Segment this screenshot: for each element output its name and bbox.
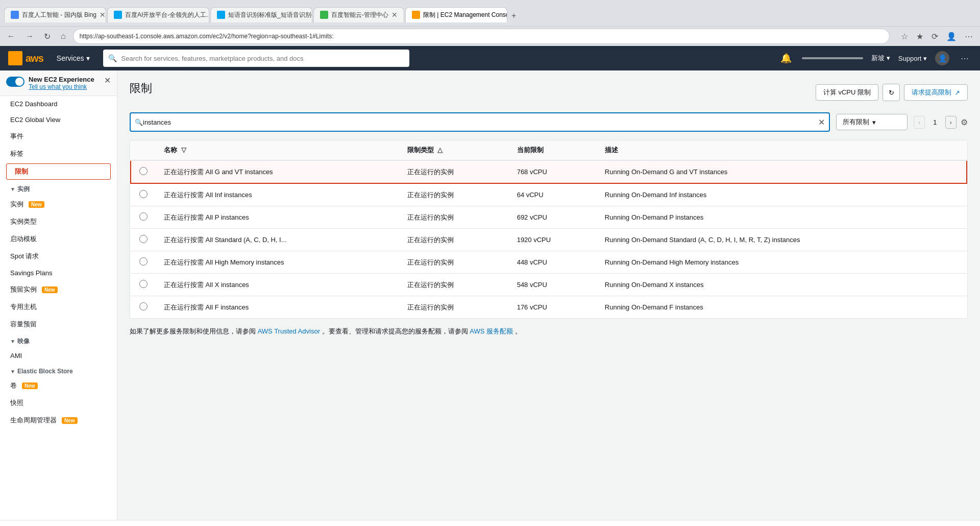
filter-bar: 🔍 ✕ 所有限制 ▾ ‹ 1 › ⚙ — [130, 112, 968, 132]
row-radio-1[interactable] — [139, 190, 148, 198]
topnav-right: 🔔 新坡 ▾ Support ▾ 👤 ⋯ — [778, 51, 972, 66]
sidebar-item-dedicated-hosts[interactable]: 专用主机 — [0, 298, 117, 316]
service-quotas-link[interactable]: AWS 服务配额 — [470, 327, 513, 335]
row-type-cell: 正在运行的实例 — [399, 251, 509, 274]
col-type[interactable]: 限制类型 △ — [399, 140, 509, 160]
sidebar-section-instances[interactable]: ▼ 实例 — [0, 181, 117, 196]
reload-btn[interactable]: ↻ — [41, 30, 54, 43]
col-desc[interactable]: 描述 — [597, 140, 967, 160]
sidebar-item-instance-types[interactable]: 实例类型 — [0, 213, 117, 230]
tab-baidu-ai[interactable]: 百度AI开放平台-全领先的人工... ✕ — [107, 7, 209, 22]
tab-baidu-cloud[interactable]: 百度智能云-管理中心 ✕ — [313, 7, 404, 22]
url-text: https://ap-southeast-1.console.aws.amazo… — [80, 33, 334, 40]
col-select — [131, 140, 156, 160]
sidebar-item-ec2-global-view[interactable]: EC2 Global View — [0, 112, 117, 128]
sidebar-item-ec2-dashboard[interactable]: EC2 Dashboard — [0, 96, 117, 112]
content-header: 限制 计算 vCPU 限制 ↻ 请求提高限制 ↗ — [130, 81, 968, 104]
tab-icon-aws-ec2 — [412, 11, 420, 19]
new-tab-btn[interactable]: + — [508, 9, 519, 22]
new-exp-link[interactable]: Tell us what you think — [29, 83, 100, 90]
section-arrow-ebs: ▼ — [10, 369, 15, 374]
calc-vcpu-btn[interactable]: 计算 vCPU 限制 — [816, 84, 878, 101]
section-label-instances: 实例 — [17, 185, 30, 194]
increase-limit-btn[interactable]: 请求提高限制 ↗ — [904, 84, 968, 101]
col-current[interactable]: 当前限制 — [509, 140, 597, 160]
sidebar-item-ami[interactable]: AMI — [0, 348, 117, 364]
increase-limit-label: 请求提高限制 — [912, 88, 951, 97]
limits-table-container: 名称 ▽ 限制类型 △ 当前限制 描述 — [130, 140, 968, 319]
row-current-cell: 1920 vCPU — [509, 229, 597, 251]
bookmark-btn[interactable]: ☆ — [898, 30, 911, 43]
tab-icon-baidu-bing — [11, 11, 19, 19]
home-btn[interactable]: ⌂ — [58, 30, 69, 43]
prev-page-btn[interactable]: ‹ — [914, 116, 925, 129]
sidebar-item-limits[interactable]: 限制 — [6, 163, 111, 180]
tab-speech[interactable]: 短语音识别标准版_短语音识别-E... ✕ — [210, 7, 312, 22]
new-exp-close-btn[interactable]: ✕ — [104, 76, 111, 85]
star-btn[interactable]: ★ — [913, 30, 926, 43]
topnav-search-input[interactable] — [103, 50, 409, 67]
refresh-icon: ↻ — [889, 89, 894, 97]
sidebar-item-capacity-reservations[interactable]: 容量预留 — [0, 316, 117, 333]
trusted-advisor-link[interactable]: AWS Trusted Advisor — [258, 327, 320, 335]
pagination-settings-icon[interactable]: ⚙ — [961, 117, 968, 127]
region-selector[interactable]: 新坡 ▾ — [871, 54, 890, 63]
sidebar-item-tags[interactable]: 标签 — [0, 145, 117, 162]
tab-icon-speech — [217, 11, 225, 19]
tab-aws-ec2[interactable]: 限制 | EC2 Management Console ✕ — [405, 7, 507, 22]
row-desc-cell: Running On-Demand Standard (A, C, D, H, … — [597, 229, 967, 251]
row-desc-cell: Running On-Demand High Memory instances — [597, 251, 967, 274]
bell-icon[interactable]: 🔔 — [778, 51, 794, 66]
row-radio-0[interactable] — [139, 167, 148, 175]
row-radio-2[interactable] — [139, 212, 148, 221]
tab-close-baidu-bing[interactable]: ✕ — [100, 11, 106, 19]
bottom-footer: Feedback English (US) ▾ © 2008 - 2021, A… — [0, 520, 980, 526]
search-clear-btn[interactable]: ✕ — [818, 117, 825, 127]
sidebar-item-snapshots[interactable]: 快照 — [0, 394, 117, 412]
row-current-cell: 548 vCPU — [509, 274, 597, 296]
user-profile-btn[interactable]: 👤 — [943, 30, 960, 43]
topnav-more-btn[interactable]: ⋯ — [958, 52, 972, 65]
forward-btn[interactable]: → — [22, 30, 37, 43]
back-btn[interactable]: ← — [4, 30, 18, 43]
new-exp-content: New EC2 Experience Tell us what you thin… — [29, 76, 100, 90]
sidebar-label-reserved-instances: 预留实例 — [10, 285, 37, 294]
row-select-cell — [131, 296, 156, 319]
col-name[interactable]: 名称 ▽ — [156, 140, 399, 160]
sidebar-item-spot-requests[interactable]: Spot 请求 — [0, 248, 117, 265]
row-radio-4[interactable] — [139, 257, 148, 266]
filter-chevron-icon: ▾ — [872, 118, 876, 126]
sidebar-label-instances: 实例 — [10, 200, 23, 209]
row-current-cell: 692 vCPU — [509, 206, 597, 229]
next-page-btn[interactable]: › — [945, 116, 957, 129]
limits-table: 名称 ▽ 限制类型 △ 当前限制 描述 — [130, 140, 967, 318]
sidebar-item-reserved-instances[interactable]: 预留实例 New — [0, 281, 117, 298]
row-radio-3[interactable] — [139, 235, 148, 243]
sidebar-item-launch-templates[interactable]: 启动模板 — [0, 230, 117, 248]
sidebar-section-images[interactable]: ▼ 映像 — [0, 333, 117, 348]
sidebar-item-volumes[interactable]: 卷 New — [0, 377, 117, 394]
tab-baidu-bing[interactable]: 百度人工智能 - 国内版 Bing ✕ — [4, 7, 106, 22]
limit-search-input[interactable] — [143, 113, 818, 131]
sidebar-item-instances[interactable]: 实例 New — [0, 196, 117, 213]
user-avatar[interactable]: 👤 — [935, 51, 949, 65]
address-bar[interactable]: https://ap-southeast-1.console.aws.amazo… — [73, 29, 890, 44]
new-experience-toggle[interactable] — [6, 77, 24, 87]
sidebar-section-ebs[interactable]: ▼ Elastic Block Store — [0, 364, 117, 377]
filter-select[interactable]: 所有限制 ▾ — [836, 114, 908, 130]
row-radio-5[interactable] — [139, 280, 148, 288]
row-radio-6[interactable] — [139, 302, 148, 310]
row-name-cell: 正在运行按需 All F instances — [156, 296, 399, 319]
refresh-btn[interactable]: ↻ — [883, 84, 900, 101]
tab-close-baidu-cloud[interactable]: ✕ — [391, 11, 398, 19]
sidebar-item-lifecycle-manager[interactable]: 生命周期管理器 New — [0, 412, 117, 429]
support-menu[interactable]: Support ▾ — [898, 55, 927, 62]
services-menu-btn[interactable]: Services ▾ — [52, 51, 95, 65]
sync-btn[interactable]: ⟳ — [928, 30, 941, 43]
col-name-sort-icon: ▽ — [181, 146, 186, 154]
sidebar-item-savings-plans[interactable]: Savings Plans — [0, 265, 117, 281]
sidebar-item-events[interactable]: 事件 — [0, 128, 117, 145]
row-current-cell: 64 vCPU — [509, 183, 597, 206]
menu-btn[interactable]: ⋯ — [962, 30, 976, 43]
tab-title-speech: 短语音识别标准版_短语音识别-E... — [228, 11, 312, 19]
